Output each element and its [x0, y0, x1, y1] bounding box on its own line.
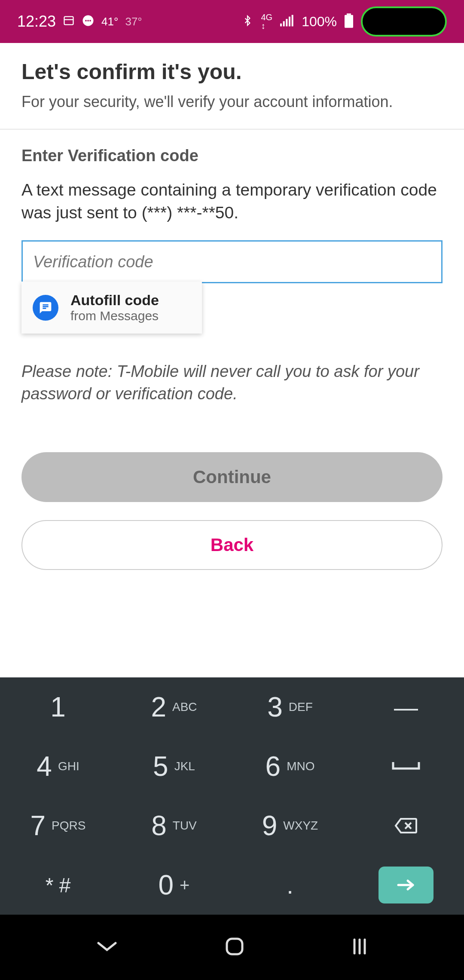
key-8[interactable]: 8TUV [116, 796, 232, 855]
status-left: 12:23 41° 37° [17, 12, 142, 31]
key-7[interactable]: 7PQRS [0, 796, 116, 855]
messages-app-icon [33, 295, 58, 321]
key-space[interactable] [348, 737, 464, 796]
signal-icon [280, 15, 294, 28]
verification-label: Enter Verification code [21, 147, 443, 165]
back-button[interactable]: Back [21, 520, 443, 570]
key-6[interactable]: 6MNO [232, 737, 348, 796]
security-note: Please note: T-Mobile will never call yo… [21, 361, 443, 405]
key-9[interactable]: 9WXYZ [232, 796, 348, 855]
key-dash[interactable]: — [348, 677, 464, 737]
page-header: Let's confirm it's you. For your securit… [0, 43, 464, 129]
autofill-suggestion[interactable]: Autofill code from Messages [21, 282, 202, 334]
page-subtitle: For your security, we'll verify your acc… [21, 93, 443, 111]
key-5[interactable]: 5JKL [116, 737, 232, 796]
key-4[interactable]: 4GHI [0, 737, 116, 796]
input-wrap: Autofill code from Messages [21, 240, 443, 283]
svg-rect-8 [286, 19, 287, 26]
enter-icon [379, 867, 433, 903]
data-icon: 4G↕ [261, 13, 272, 30]
svg-rect-7 [283, 21, 285, 26]
svg-rect-10 [292, 15, 293, 27]
svg-rect-9 [289, 17, 290, 27]
bluetooth-icon [242, 13, 253, 30]
nav-home-icon[interactable] [223, 935, 246, 959]
key-3[interactable]: 3DEF [232, 677, 348, 737]
autofill-subtitle: from Messages [70, 309, 159, 323]
sent-message: A text message containing a temporary ve… [21, 179, 443, 224]
notification-icon [63, 15, 75, 28]
key-dot[interactable]: . [232, 855, 348, 915]
svg-point-5 [89, 20, 91, 21]
key-enter[interactable] [348, 855, 464, 915]
autofill-texts: Autofill code from Messages [70, 292, 159, 323]
system-navbar [0, 915, 464, 980]
key-1[interactable]: 1 [0, 677, 116, 737]
svg-rect-16 [227, 939, 242, 954]
numeric-keypad: 1 2ABC 3DEF — 4GHI 5JKL 6MNO 7PQRS 8TUV … [0, 677, 464, 915]
svg-point-3 [85, 20, 87, 21]
battery-icon [345, 13, 353, 30]
battery-percent: 100% [302, 14, 337, 30]
camera-pill [361, 6, 447, 37]
svg-rect-6 [280, 24, 282, 27]
key-2[interactable]: 2ABC [116, 677, 232, 737]
page-title: Let's confirm it's you. [21, 59, 443, 84]
key-symbols[interactable]: * # [0, 855, 116, 915]
message-icon [82, 14, 95, 29]
svg-point-4 [87, 20, 89, 21]
status-time: 12:23 [17, 12, 56, 31]
button-group: Continue Back [21, 452, 443, 570]
svg-rect-12 [347, 13, 351, 15]
nav-down-icon[interactable] [95, 939, 119, 956]
autofill-title: Autofill code [70, 292, 159, 309]
verification-code-input[interactable] [21, 240, 443, 283]
temp-hi: 41° [101, 15, 118, 28]
key-backspace[interactable] [348, 796, 464, 855]
key-0[interactable]: 0+ [116, 855, 232, 915]
temp-lo: 37° [125, 15, 142, 28]
status-right: 4G↕ 100% [242, 6, 447, 37]
status-bar: 12:23 41° 37° 4G↕ 100% [0, 0, 464, 43]
continue-button[interactable]: Continue [21, 452, 443, 502]
nav-recent-icon[interactable] [350, 937, 369, 958]
svg-rect-0 [64, 17, 73, 25]
verification-section: Enter Verification code A text message c… [0, 129, 464, 587]
svg-rect-11 [345, 15, 353, 28]
